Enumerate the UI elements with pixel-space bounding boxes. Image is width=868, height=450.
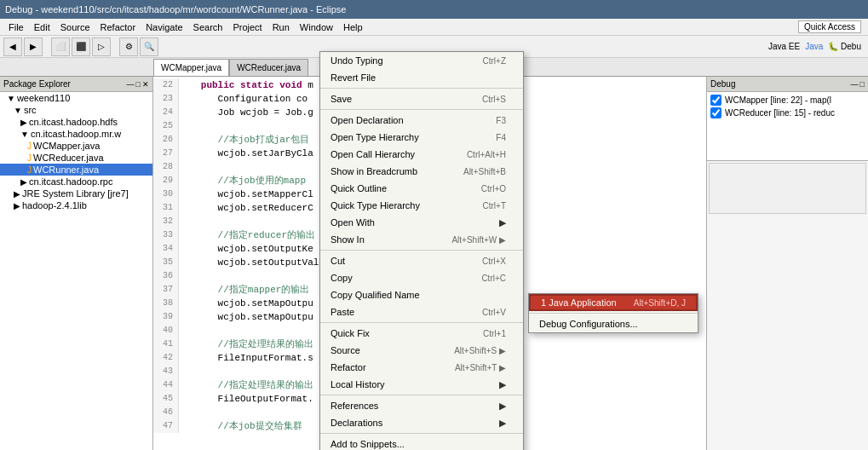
ctx-label: Quick Type Hierarchy [331, 200, 420, 211]
ctx-label: Undo Typing [331, 55, 383, 66]
ctx-label: Open Call Hierarchy [331, 149, 415, 159]
submenu-debug-configurations[interactable]: Debug Configurations... [529, 315, 698, 332]
ctx-arrow-icon: ▶ [499, 401, 506, 412]
context-menu: Undo Typing Ctrl+Z Revert File Save Ctrl… [319, 51, 524, 450]
ctx-open-with[interactable]: Open With ▶ [320, 214, 523, 231]
ctx-shortcut: Alt+Shift+B [463, 167, 506, 176]
ctx-label: Save [331, 94, 352, 104]
ctx-sep-5 [320, 395, 523, 395]
ctx-arrow-icon: ▶ [499, 418, 506, 429]
ctx-label: Local History [331, 379, 385, 389]
ctx-label: Paste [331, 307, 354, 317]
ctx-shortcut: Ctrl+S [482, 95, 506, 104]
ctx-arrow-icon: ▶ [499, 217, 506, 228]
ctx-sep-6 [320, 433, 523, 434]
ctx-open-declaration[interactable]: Open Declaration F3 [320, 112, 523, 129]
ctx-label: Source [331, 345, 360, 355]
ctx-label: Quick Fix [331, 328, 370, 338]
submenu-label: Debug Configurations... [539, 319, 638, 329]
ctx-sep-4 [320, 322, 523, 323]
ctx-label: Quick Outline [331, 183, 387, 193]
ctx-shortcut: Ctrl+C [481, 274, 506, 283]
ctx-show-in[interactable]: Show In Alt+Shift+W ▶ [320, 231, 523, 248]
submenu-separator [529, 313, 698, 314]
ctx-quick-type-hierarchy[interactable]: Quick Type Hierarchy Ctrl+T [320, 197, 523, 214]
ctx-shortcut: Alt+Shift+T ▶ [455, 363, 506, 372]
ctx-shortcut: F3 [496, 116, 506, 125]
ctx-shortcut: Ctrl+O [481, 184, 506, 193]
ctx-label: Refactor [331, 362, 366, 372]
ctx-label: Copy Qualified Name [331, 290, 420, 300]
ctx-label: Open Type Hierarchy [331, 132, 419, 142]
ctx-undo-typing[interactable]: Undo Typing Ctrl+Z [320, 52, 523, 69]
ctx-show-breadcrumb[interactable]: Show in Breadcrumb Alt+Shift+B [320, 163, 523, 180]
ctx-copy-qualified-name[interactable]: Copy Qualified Name [320, 286, 523, 303]
ctx-open-call-hierarchy[interactable]: Open Call Hierarchy Ctrl+Alt+H [320, 146, 523, 163]
ctx-sep-2 [320, 109, 523, 110]
ctx-label: Add to Snippets... [331, 439, 405, 449]
submenu-label: 1 Java Application [541, 297, 617, 308]
ctx-label: Copy [331, 273, 353, 283]
ctx-label: Open With [331, 217, 375, 228]
ctx-label: Cut [331, 256, 345, 266]
ctx-copy[interactable]: Copy Ctrl+C [320, 269, 523, 286]
ctx-label: Show In [331, 234, 365, 245]
ctx-source[interactable]: Source Alt+Shift+S ▶ [320, 342, 523, 359]
ctx-label: Show in Breadcrumb [331, 166, 417, 176]
ctx-shortcut: Ctrl+Alt+H [467, 150, 506, 159]
ctx-revert-file[interactable]: Revert File [320, 69, 523, 86]
submenu-java-application[interactable]: 1 Java Application Alt+Shift+D, J [529, 294, 698, 311]
ctx-open-type-hierarchy[interactable]: Open Type Hierarchy F4 [320, 129, 523, 146]
debug-as-submenu: 1 Java Application Alt+Shift+D, J Debug … [528, 293, 698, 333]
ctx-shortcut: Ctrl+T [483, 201, 507, 211]
ctx-sep-1 [320, 88, 523, 89]
ctx-shortcut: Ctrl+1 [483, 329, 506, 338]
context-menu-overlay: Undo Typing Ctrl+Z Revert File Save Ctrl… [0, 0, 868, 450]
ctx-arrow-icon: ▶ [499, 379, 506, 390]
ctx-shortcut: Alt+Shift+S ▶ [454, 346, 506, 355]
ctx-cut[interactable]: Cut Ctrl+X [320, 252, 523, 269]
ctx-sep-3 [320, 250, 523, 251]
ctx-paste[interactable]: Paste Ctrl+V [320, 303, 523, 320]
ctx-references[interactable]: References ▶ [320, 397, 523, 414]
ctx-label: References [331, 401, 378, 411]
ctx-label: Revert File [331, 72, 376, 83]
submenu-shortcut: Alt+Shift+D, J [634, 298, 686, 308]
ctx-label: Declarations [331, 418, 382, 428]
ctx-refactor[interactable]: Refactor Alt+Shift+T ▶ [320, 359, 523, 376]
ctx-local-history[interactable]: Local History ▶ [320, 376, 523, 393]
ctx-shortcut: Alt+Shift+W ▶ [451, 235, 506, 245]
ctx-shortcut: Ctrl+X [482, 257, 506, 266]
ctx-quick-fix[interactable]: Quick Fix Ctrl+1 [320, 325, 523, 342]
ctx-add-to-snippets[interactable]: Add to Snippets... [320, 436, 523, 450]
ctx-save[interactable]: Save Ctrl+S [320, 90, 523, 107]
ctx-shortcut: Ctrl+V [482, 308, 506, 317]
ctx-quick-outline[interactable]: Quick Outline Ctrl+O [320, 180, 523, 197]
ctx-declarations[interactable]: Declarations ▶ [320, 414, 523, 431]
ctx-shortcut: Ctrl+Z [483, 56, 507, 66]
ctx-label: Open Declaration [331, 115, 404, 125]
ctx-shortcut: F4 [496, 133, 506, 142]
